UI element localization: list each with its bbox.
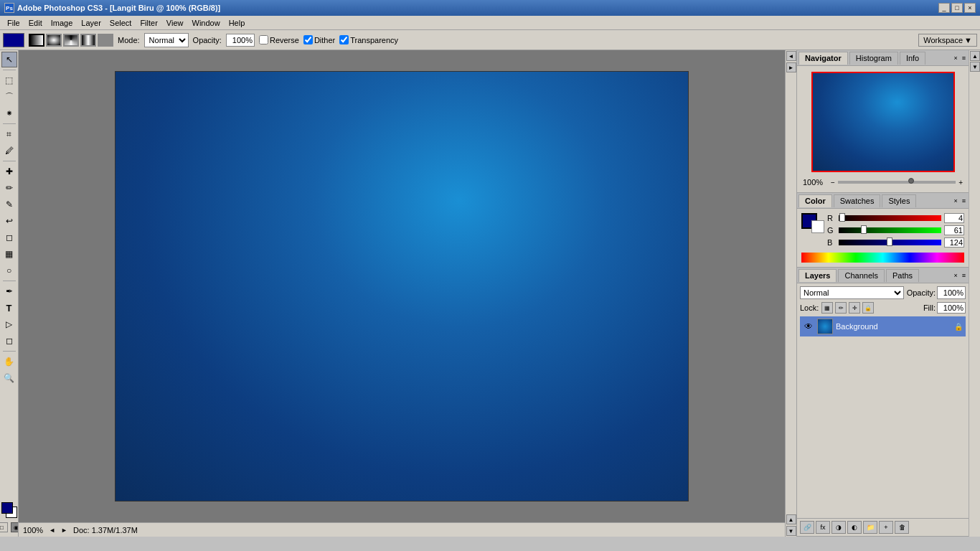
layer-item-background[interactable]: 👁 Background 🔒 — [800, 316, 966, 336]
layer-effects-btn[interactable]: fx — [816, 521, 830, 534]
strip-scroll-up[interactable]: ▲ — [786, 514, 796, 524]
tool-clone-stamp[interactable]: ✎ — [1, 197, 17, 212]
tab-layers[interactable]: Layers — [798, 269, 837, 282]
reverse-checkbox-group[interactable]: Reverse — [259, 35, 299, 44]
tool-lasso[interactable]: ⌒ — [1, 89, 17, 105]
menu-filter[interactable]: Filter — [136, 17, 161, 29]
status-nav-prev[interactable]: ◄ — [49, 527, 55, 534]
tool-hand[interactable]: ✋ — [1, 354, 17, 369]
diamond-gradient-btn[interactable] — [98, 34, 113, 47]
tool-type[interactable]: T — [1, 300, 17, 316]
menu-help[interactable]: Help — [225, 17, 250, 29]
fill-input[interactable] — [937, 302, 966, 314]
red-slider[interactable] — [839, 215, 941, 221]
title-bar-controls[interactable]: _ □ × — [938, 3, 976, 13]
layers-close-icon[interactable]: × — [951, 272, 960, 279]
strip-scroll-down[interactable]: ▼ — [786, 526, 796, 536]
strip-collapse-btn[interactable]: ► — [786, 62, 796, 72]
reflected-gradient-btn[interactable] — [80, 34, 96, 47]
zoom-out-icon[interactable]: − — [831, 179, 835, 187]
green-slider[interactable] — [839, 227, 941, 233]
canvas-scroll-area[interactable] — [19, 50, 785, 522]
close-button[interactable]: × — [964, 3, 976, 13]
mode-select[interactable]: Normal — [144, 33, 189, 47]
tool-move[interactable]: ↖ — [1, 52, 17, 67]
layers-expand-icon[interactable]: ≡ — [961, 272, 967, 279]
g-value-input[interactable] — [944, 225, 964, 235]
tool-spot-healing[interactable]: ✚ — [1, 164, 17, 179]
lock-image-btn[interactable]: ✏ — [835, 302, 847, 314]
dither-checkbox-group[interactable]: Dither — [303, 35, 335, 44]
b-value-input[interactable] — [944, 237, 964, 248]
tab-paths[interactable]: Paths — [886, 269, 919, 282]
strip-expand-btn[interactable]: ◄ — [786, 51, 796, 61]
tool-quick-select[interactable]: ⁕ — [1, 105, 17, 121]
dither-checkbox[interactable] — [303, 35, 313, 44]
transparency-checkbox[interactable] — [339, 35, 349, 44]
status-nav-next[interactable]: ► — [61, 527, 67, 534]
tool-zoom[interactable]: 🔍 — [1, 370, 17, 386]
layer-mode-select[interactable]: Normal — [800, 286, 904, 299]
tab-swatches[interactable]: Swatches — [834, 194, 881, 207]
color-spectrum-bar[interactable] — [801, 253, 964, 263]
layer-new-btn[interactable]: + — [879, 521, 893, 534]
zoom-slider[interactable] — [838, 181, 956, 184]
tool-history-brush[interactable]: ↩ — [1, 213, 17, 229]
tab-info[interactable]: Info — [900, 52, 925, 65]
navigator-close-icon[interactable]: × — [951, 55, 960, 62]
angle-gradient-btn[interactable] — [63, 34, 79, 47]
tab-histogram[interactable]: Histogram — [849, 52, 898, 65]
tool-eraser[interactable]: ◻ — [1, 230, 17, 245]
transparency-checkbox-group[interactable]: Transparency — [339, 35, 398, 44]
opacity-input[interactable] — [226, 34, 255, 47]
tool-brush[interactable]: ✏ — [1, 180, 17, 196]
menu-window[interactable]: Window — [188, 17, 225, 29]
tool-gradient[interactable]: ▦ — [1, 246, 17, 262]
r-value-input[interactable] — [944, 213, 964, 223]
maximize-button[interactable]: □ — [951, 3, 963, 13]
layer-mask-btn[interactable]: ◑ — [831, 521, 846, 534]
layer-adj-btn[interactable]: ◐ — [847, 521, 862, 534]
quick-mask-standard[interactable]: □ — [0, 522, 8, 532]
zoom-in-icon[interactable]: + — [958, 179, 963, 187]
reverse-checkbox[interactable] — [259, 35, 268, 44]
menu-view[interactable]: View — [162, 17, 188, 29]
blue-thumb[interactable] — [887, 237, 892, 246]
layer-visibility-icon[interactable]: 👁 — [803, 321, 814, 332]
workspace-button[interactable]: Workspace ▼ — [918, 34, 977, 47]
layer-link-btn[interactable]: 🔗 — [800, 521, 814, 534]
zoom-thumb[interactable] — [908, 178, 914, 184]
green-thumb[interactable] — [861, 225, 867, 234]
menu-edit[interactable]: Edit — [24, 17, 47, 29]
fg-bg-swatch[interactable] — [1, 502, 17, 518]
menu-layer[interactable]: Layer — [77, 17, 105, 29]
foreground-color-swatch[interactable] — [1, 502, 13, 514]
tool-crop[interactable]: ⌗ — [1, 126, 17, 142]
tool-path-select[interactable]: ▷ — [1, 316, 17, 332]
color-expand-icon[interactable]: ≡ — [961, 197, 967, 204]
bg-swatch-mini[interactable] — [811, 220, 824, 233]
tool-rectangle-marquee[interactable]: ⬚ — [1, 72, 17, 88]
menu-select[interactable]: Select — [105, 17, 136, 29]
linear-gradient-btn[interactable] — [29, 34, 44, 47]
menu-image[interactable]: Image — [47, 17, 77, 29]
outer-scroll-up[interactable]: ▲ — [970, 51, 980, 61]
quick-mask-mode[interactable]: ◉ — [11, 522, 19, 532]
lock-transparency-btn[interactable]: ▦ — [821, 302, 833, 314]
minimize-button[interactable]: _ — [938, 3, 950, 13]
tool-dodge[interactable]: ○ — [1, 263, 17, 278]
layer-delete-btn[interactable]: 🗑 — [895, 521, 909, 534]
color-close-icon[interactable]: × — [951, 197, 960, 204]
tool-shape[interactable]: ◻ — [1, 333, 17, 349]
tab-channels[interactable]: Channels — [838, 269, 884, 282]
lock-all-btn[interactable]: 🔒 — [862, 302, 874, 314]
tool-pen[interactable]: ✒ — [1, 283, 17, 299]
radial-gradient-btn[interactable] — [46, 34, 62, 47]
tab-navigator[interactable]: Navigator — [798, 52, 848, 65]
red-thumb[interactable] — [839, 213, 845, 222]
layer-group-btn[interactable]: 📁 — [863, 521, 877, 534]
lock-position-btn[interactable]: ✛ — [849, 302, 860, 314]
gradient-color-swatch[interactable] — [3, 33, 24, 47]
menu-file[interactable]: File — [3, 17, 24, 29]
layer-opacity-input[interactable] — [937, 286, 966, 299]
